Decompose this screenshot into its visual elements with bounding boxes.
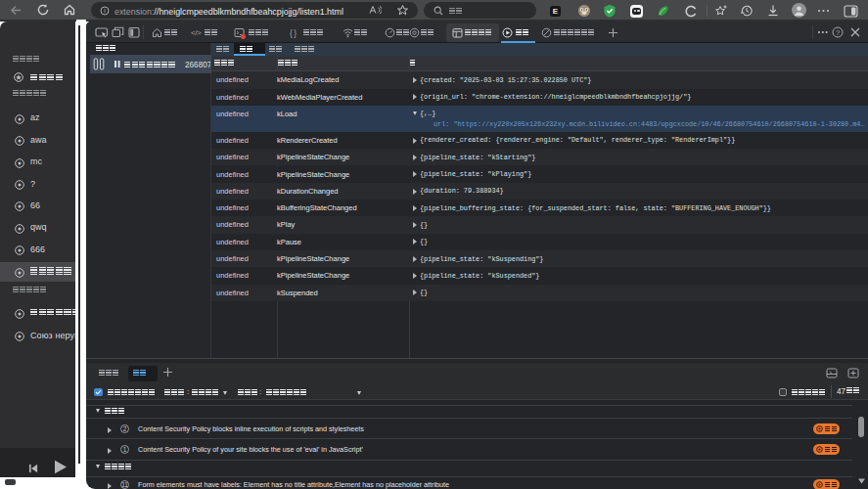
svg-text:?: ? bbox=[836, 28, 840, 37]
